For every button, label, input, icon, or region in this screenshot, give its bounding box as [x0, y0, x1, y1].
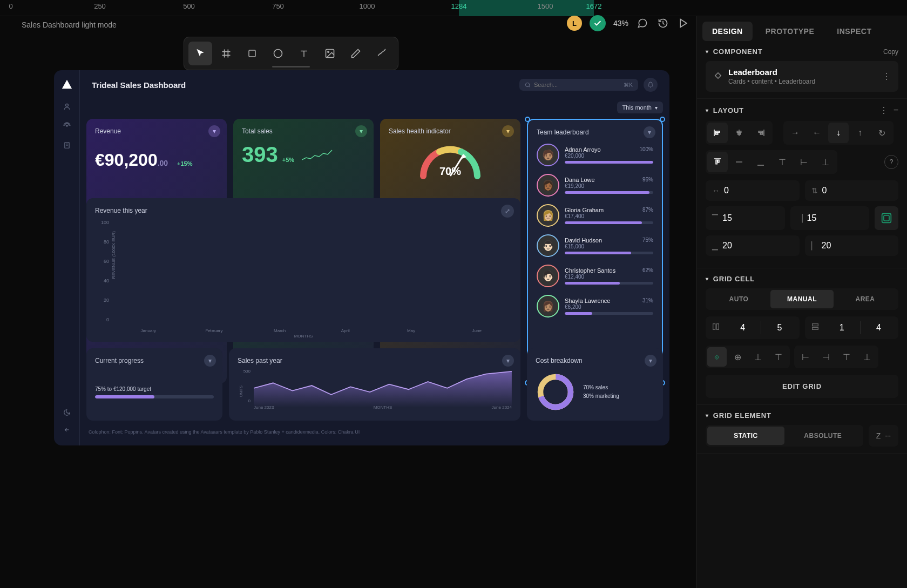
member-name: David Hudson — [565, 237, 602, 244]
progress-card[interactable]: Current progress ▾ 75% to €120,000 targe… — [86, 348, 222, 421]
card-menu[interactable]: ▾ — [355, 125, 367, 137]
copy-button[interactable]: Copy — [883, 48, 898, 56]
column-span-input[interactable] — [706, 316, 800, 339]
align-center-h-icon[interactable] — [729, 123, 749, 143]
select-tool[interactable] — [188, 42, 212, 65]
leaderboard-item[interactable]: 👩🏼 Gloria Graham 87% €17,400 — [537, 204, 653, 227]
mode-auto[interactable]: AUTO — [707, 290, 770, 308]
search-icon — [525, 82, 531, 88]
distribute-bottom-icon[interactable]: ⊥ — [815, 152, 836, 172]
mode-static[interactable]: STATIC — [707, 427, 784, 445]
chevron-down-icon[interactable]: ▾ — [706, 107, 709, 113]
cost-card[interactable]: Cost breakdown ▾ 70% sales 30% marketing — [527, 348, 663, 421]
zoom-level[interactable]: 43% — [613, 19, 628, 28]
align-left-icon[interactable] — [707, 123, 728, 143]
frame-tool[interactable] — [214, 42, 238, 65]
tab-inspect[interactable]: INSPECT — [827, 22, 881, 41]
leaderboard-card[interactable]: Team leaderboard ▾ 🧑🏽 Adnan Arroyo 100% … — [527, 119, 663, 383]
justify-end-icon[interactable]: ⊥ — [748, 347, 768, 367]
user-avatar[interactable]: L — [567, 16, 582, 31]
card-menu[interactable]: ▾ — [208, 125, 220, 137]
dashboard-frame[interactable]: Trideal Sales Dashboard ⌘K This month ▾ — [54, 70, 669, 445]
arrow-right-icon[interactable]: → — [785, 123, 806, 143]
justify-center-icon[interactable]: ⊕ — [728, 347, 747, 367]
link-padding-icon[interactable] — [875, 206, 898, 230]
padding-top-input[interactable]: ▔ — [706, 206, 785, 230]
sync-status-icon[interactable] — [590, 15, 606, 31]
wrap-icon[interactable]: ↻ — [871, 123, 892, 143]
search-field[interactable] — [534, 82, 620, 88]
past-sales-card[interactable]: Sales past year ▾ UNITS 5000 June 2 — [229, 348, 520, 421]
collapse-icon[interactable] — [63, 426, 71, 436]
ellipse-tool[interactable] — [266, 42, 290, 65]
align-top-icon[interactable] — [707, 152, 728, 172]
search-input[interactable]: ⌘K — [519, 79, 638, 91]
pen-tool[interactable] — [344, 42, 368, 65]
leaderboard-item[interactable]: 👩🏽 Shayla Lawrence 31% €6,200 — [537, 295, 653, 317]
expand-icon[interactable]: ⤢ — [501, 205, 514, 218]
tab-design[interactable]: DESIGN — [702, 22, 753, 41]
leaderboard-item[interactable]: 👩🏾 Dana Lowe 96% €19,200 — [537, 174, 653, 197]
rectangle-tool[interactable] — [240, 42, 264, 65]
theme-icon[interactable] — [63, 409, 71, 418]
broadcast-icon[interactable] — [63, 122, 71, 132]
z-index-input[interactable]: Z -- — [869, 425, 898, 447]
align-right-icon[interactable] — [750, 123, 771, 143]
leaderboard-item[interactable]: 🧑🏽 Adnan Arroyo 100% €20,000 — [537, 144, 653, 166]
leaderboard-item[interactable]: 👨🏻 David Hudson 75% €15,000 — [537, 234, 653, 257]
card-menu[interactable]: ▾ — [204, 355, 216, 367]
mode-area[interactable]: AREA — [834, 290, 897, 308]
notifications-icon[interactable] — [644, 78, 658, 92]
align-center-icon[interactable]: ⊣ — [816, 347, 836, 367]
kebab-menu-icon[interactable]: ⋮ — [879, 105, 888, 116]
padding-bottom-input[interactable]: ▁ — [706, 235, 800, 256]
padding-left-input[interactable]: ▏ — [805, 235, 899, 256]
row-span-input[interactable] — [805, 316, 899, 339]
align-bottom-icon[interactable] — [750, 152, 771, 172]
distribute-top-icon[interactable]: ⊤ — [772, 152, 793, 172]
vector-tool[interactable] — [370, 42, 394, 65]
mode-manual[interactable]: MANUAL — [770, 290, 834, 308]
user-icon[interactable] — [63, 103, 71, 112]
kebab-menu-icon[interactable]: ⋮ — [882, 71, 891, 82]
align-middle-icon[interactable] — [729, 152, 749, 172]
text-tool[interactable] — [292, 42, 316, 65]
tab-prototype[interactable]: PROTOTYPE — [756, 22, 824, 41]
justify-start-icon[interactable]: ⟐ — [707, 347, 727, 367]
align-stretch-icon[interactable]: ⊥ — [857, 347, 877, 367]
arrow-up-icon[interactable]: ↑ — [850, 123, 870, 143]
selection-handle[interactable] — [660, 117, 665, 122]
play-icon[interactable] — [677, 17, 690, 30]
card-menu[interactable]: ▾ — [644, 126, 655, 138]
card-menu[interactable]: ▾ — [502, 355, 514, 367]
justify-stretch-icon[interactable]: ⊤ — [769, 347, 788, 367]
minus-icon[interactable]: − — [894, 105, 898, 116]
help-icon[interactable]: ? — [884, 155, 898, 169]
card-menu[interactable]: ▾ — [502, 125, 514, 137]
date-filter[interactable]: This month ▾ — [617, 102, 663, 113]
align-start-icon[interactable]: ⊢ — [796, 347, 815, 367]
document-icon[interactable] — [63, 141, 71, 151]
leaderboard-item[interactable]: 🧑🏻 Christopher Santos 62% €12,400 — [537, 265, 653, 287]
component-info[interactable]: Leaderboard Cards • content • Leaderboar… — [706, 61, 898, 92]
gap-horizontal-input[interactable]: ↔ — [706, 180, 800, 201]
edit-grid-button[interactable]: EDIT GRID — [706, 375, 898, 398]
arrow-down-icon[interactable]: ↓ — [828, 123, 849, 143]
comment-icon[interactable] — [636, 17, 649, 30]
padding-right-input[interactable]: ▕ — [790, 206, 870, 230]
history-icon[interactable] — [656, 17, 669, 30]
arrow-left-icon[interactable]: ← — [807, 123, 827, 143]
canvas[interactable]: L 43% Sales Dashboard light mode — [0, 16, 696, 588]
image-tool[interactable] — [318, 42, 342, 65]
align-end-icon[interactable]: ⊤ — [837, 347, 856, 367]
distribute-middle-icon[interactable]: ⊢ — [794, 152, 814, 172]
revenue-chart-card[interactable]: Revenue this year ⤢ REVENUE (1000X EUR) … — [86, 198, 520, 342]
chevron-down-icon[interactable]: ▾ — [706, 276, 709, 282]
mode-absolute[interactable]: ABSOLUTE — [784, 427, 862, 445]
chevron-down-icon[interactable]: ▾ — [706, 413, 709, 418]
card-menu[interactable]: ▾ — [645, 355, 656, 367]
toolbar-drag-handle[interactable] — [272, 66, 310, 67]
chevron-down-icon[interactable]: ▾ — [706, 49, 709, 55]
gap-vertical-input[interactable]: ⇅ — [805, 180, 899, 201]
selection-handle[interactable] — [525, 117, 530, 122]
